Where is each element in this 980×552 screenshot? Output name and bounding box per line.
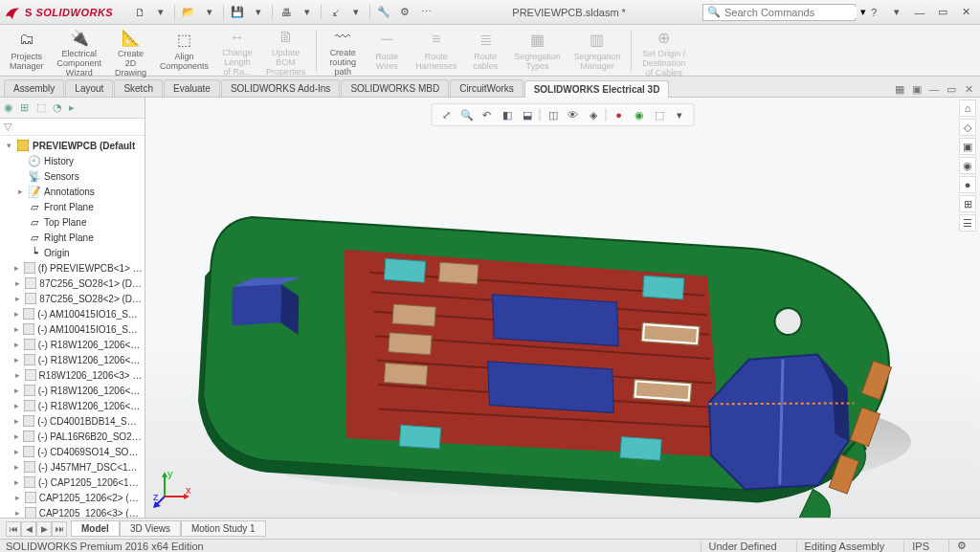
nav-prev-icon[interactable]: ◀ xyxy=(21,521,36,537)
expand-icon[interactable]: ▸ xyxy=(13,462,21,472)
qat-new-icon[interactable]: 🗋 xyxy=(130,3,149,22)
qat-select-icon[interactable]: ⭹ xyxy=(325,3,345,22)
ribbon-route-button[interactable]: 〰Create routing path xyxy=(322,27,364,76)
fm-config-icon[interactable]: ⊞ xyxy=(20,101,33,115)
status-extra-icon[interactable]: ⚙ xyxy=(948,540,974,552)
tree-component[interactable]: ▸CAP1205_1206<2> (Default xyxy=(0,490,145,505)
search-input[interactable] xyxy=(724,7,857,18)
qat-save-icon[interactable]: 💾 xyxy=(228,3,247,22)
qat-dropdown-icon[interactable]: ▾ xyxy=(151,3,170,22)
expand-icon[interactable]: ▸ xyxy=(13,447,20,456)
tree-root[interactable]: ▾PREVIEWPCB (Default xyxy=(0,138,145,153)
tab-close-icon[interactable]: ✕ xyxy=(961,81,976,97)
tab-expand-icon[interactable]: ▣ xyxy=(909,81,924,97)
taskpane-custom-icon[interactable]: ⊞ xyxy=(959,195,976,212)
tree-component[interactable]: ▸(-) AM100415IO16_SO16<2> (De xyxy=(0,321,145,337)
qat-dropdown-icon[interactable]: ▾ xyxy=(200,3,219,22)
expand-icon[interactable]: ▸ xyxy=(13,263,21,273)
tree-history[interactable]: 🕘History xyxy=(0,153,145,168)
taskpane-home-icon[interactable]: ⌂ xyxy=(959,99,976,117)
expand-icon[interactable]: ▸ xyxy=(13,309,20,319)
tab-circuitworks[interactable]: CircuitWorks xyxy=(450,79,523,97)
tree-origin[interactable]: ┕Origin xyxy=(0,245,145,260)
graphics-viewport[interactable]: ⤢ 🔍 ↶ ◧ ⬓ ◫ 👁 ◈ ● ◉ ⬚ ▾ ⌂ ◇ ▣ ◉ ● ⊞ ☰ xyxy=(145,98,980,518)
tree-component[interactable]: ▸(-) CD4001BDB14_SO14<1> (1.9 xyxy=(0,413,145,429)
expand-icon[interactable]: ▸ xyxy=(13,431,20,441)
tree-annotations[interactable]: ▸📝Annotations xyxy=(0,184,145,199)
nav-next-icon[interactable]: ▶ xyxy=(36,521,52,537)
dropdown-icon[interactable]: ▾ xyxy=(886,4,907,21)
qat-more-icon[interactable]: ⋯ xyxy=(416,3,435,22)
tree-component[interactable]: ▸(-) CD4069SO14_SO14<1> (1.90 xyxy=(0,444,145,459)
taskpane-appear-icon[interactable]: ● xyxy=(959,176,976,193)
tree-sensors[interactable]: 📡Sensors xyxy=(0,168,145,184)
bottom-tab-model[interactable]: Model xyxy=(71,520,120,537)
filter-icon[interactable]: ▽ xyxy=(4,121,11,133)
taskpane-view-icon[interactable]: ◉ xyxy=(959,157,976,174)
close-icon[interactable]: ✕ xyxy=(955,4,976,21)
taskpane-resources-icon[interactable]: ◇ xyxy=(959,119,976,136)
tree-component[interactable]: ▸(-) R18W1206_1206<1> (1.524 xyxy=(0,337,145,352)
tree-component[interactable]: ▸(-) PAL16R6B20_SO20<1> (2.28 xyxy=(0,429,145,444)
tree-component[interactable]: ▸R18W1206_1206<3> (1.524 xyxy=(0,367,145,383)
tree-component[interactable]: ▸87C256_SO28<1> (Default xyxy=(0,276,145,291)
ribbon-align-button[interactable]: ⬚Align Components xyxy=(154,27,214,76)
expand-icon[interactable]: ▸ xyxy=(13,416,20,426)
minimize-icon[interactable]: — xyxy=(909,4,930,21)
help-icon[interactable]: ? xyxy=(863,4,884,21)
qat-open-icon[interactable]: 📂 xyxy=(179,3,198,22)
expand-icon[interactable]: ▸ xyxy=(13,370,22,380)
expand-icon[interactable]: ▸ xyxy=(13,324,20,334)
qat-dropdown-icon[interactable]: ▾ xyxy=(298,3,317,22)
tree-component[interactable]: ▸(-) R18W1206_1206<5> (1.524 xyxy=(0,398,145,413)
tree-front-plane[interactable]: ▱Front Plane xyxy=(0,199,145,214)
expand-icon[interactable]: ▸ xyxy=(13,508,22,518)
fm-prop-icon[interactable]: ⬚ xyxy=(36,101,50,115)
expand-icon[interactable]: ▸ xyxy=(13,355,21,364)
taskpane-design-icon[interactable]: ▣ xyxy=(959,138,976,155)
qat-rebuild-icon[interactable]: 🔧 xyxy=(374,3,393,22)
qat-dropdown-icon[interactable]: ▾ xyxy=(249,3,268,22)
maximize-icon[interactable]: ▭ xyxy=(932,4,953,21)
fm-display-icon[interactable]: ◔ xyxy=(53,101,66,115)
ribbon-c2d-button[interactable]: 📐Create 2D Drawing xyxy=(109,27,152,76)
tree-top-plane[interactable]: ▱Top Plane xyxy=(0,214,145,230)
tree-component[interactable]: ▸87C256_SO28<2> (Default xyxy=(0,291,145,306)
expand-icon[interactable]: ▸ xyxy=(13,386,21,395)
tree-component[interactable]: ▸(-) CAP1205_1206<1> (Default xyxy=(0,475,145,490)
tree-component[interactable]: ▸(-) J457MH7_DSC<1> (Default xyxy=(0,459,145,475)
tab-solidworks-add-ins[interactable]: SOLIDWORKS Add-Ins xyxy=(221,79,340,97)
expand-icon[interactable]: ▸ xyxy=(13,340,21,349)
tree-right-plane[interactable]: ▱Right Plane xyxy=(0,230,145,245)
tree-component[interactable]: ▸(-) R18W1206_1206<2> (1.524 xyxy=(0,352,145,367)
tab-minimize-icon[interactable]: — xyxy=(926,81,942,97)
nav-last-icon[interactable]: ⏭ xyxy=(52,521,67,537)
expand-icon[interactable]: ▸ xyxy=(13,294,22,303)
tree-component[interactable]: ▸(-) AM100415IO16_SO16<1> (De xyxy=(0,306,145,321)
tree-component[interactable]: ▸CAP1205_1206<3> (Default xyxy=(0,505,145,518)
expand-icon[interactable]: ▸ xyxy=(13,477,21,487)
tree-component[interactable]: ▸(-) R18W1206_1206<4> (1.524 xyxy=(0,383,145,398)
fm-tab-icon[interactable]: ◉ xyxy=(4,101,17,115)
tab-restore-icon[interactable]: ▭ xyxy=(944,81,959,97)
feature-filter-row[interactable]: ▽ xyxy=(0,119,145,136)
tab-assembly[interactable]: Assembly xyxy=(4,79,64,97)
tab-solidworks-electrical-3d[interactable]: SOLIDWORKS Electrical 3D xyxy=(524,80,670,98)
nav-first-icon[interactable]: ⏮ xyxy=(6,521,21,537)
tab-sketch[interactable]: Sketch xyxy=(114,79,163,97)
expand-icon[interactable]: ▾ xyxy=(4,141,13,150)
taskpane-forum-icon[interactable]: ☰ xyxy=(959,214,976,232)
expand-icon[interactable]: ▸ xyxy=(13,278,22,288)
search-commands-box[interactable]: 🔍 ▾ xyxy=(702,4,856,21)
bottom-tab-3d-views[interactable]: 3D Views xyxy=(120,520,181,537)
bottom-tab-motion-study-1[interactable]: Motion Study 1 xyxy=(181,520,266,537)
tab-solidworks-mbd[interactable]: SOLIDWORKS MBD xyxy=(341,79,449,97)
qat-options-icon[interactable]: ⚙ xyxy=(395,3,414,22)
ribbon-pm-button[interactable]: 🗂Projects Manager xyxy=(4,27,50,76)
tab-layout[interactable]: Layout xyxy=(65,79,113,97)
feature-tree[interactable]: ▾PREVIEWPCB (Default🕘History📡Sensors▸📝An… xyxy=(0,136,145,518)
tab-evaluate[interactable]: Evaluate xyxy=(164,79,220,97)
expand-icon[interactable]: ▸ xyxy=(13,401,21,410)
expand-icon[interactable]: ▸ xyxy=(13,493,22,502)
tree-component[interactable]: ▸(f) PREVIEWPCB<1> (Default< xyxy=(0,260,145,276)
